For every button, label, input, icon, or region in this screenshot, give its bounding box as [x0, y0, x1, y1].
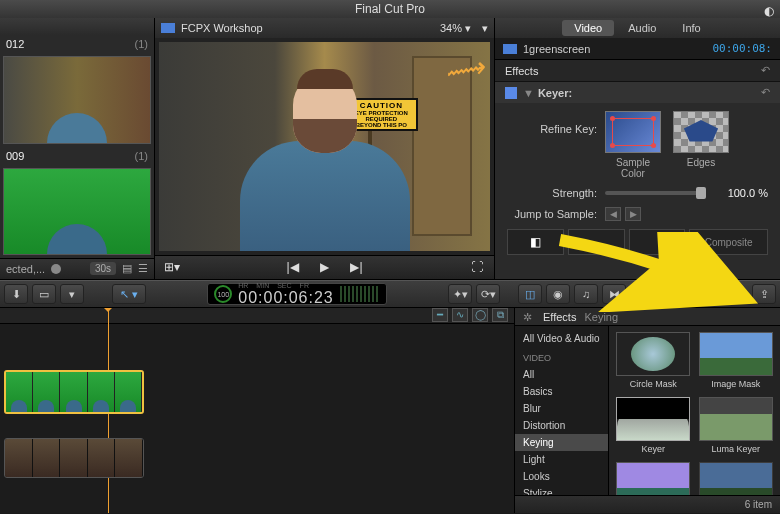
viewer-zoom[interactable]: 34%: [440, 22, 462, 34]
fullscreen-button[interactable]: ⛶: [468, 260, 486, 276]
effect-extra-b[interactable]: [698, 462, 775, 495]
strength-label: Strength:: [507, 187, 597, 199]
library-panel: 012 (1) 009 (1) ected,... 30s ▤ ☰: [0, 18, 155, 279]
cat-all[interactable]: All: [515, 366, 608, 383]
view-matte-button[interactable]: [568, 229, 625, 255]
jump-next-button[interactable]: ▶: [625, 207, 641, 221]
event-a-count: (1): [135, 38, 148, 50]
tools-dropdown-icon[interactable]: ▾: [60, 284, 84, 304]
strength-value[interactable]: 100.0 %: [714, 187, 768, 199]
cat-distortion[interactable]: Distortion: [515, 417, 608, 434]
clip-thumb-a[interactable]: [3, 56, 151, 143]
sample-color-label: Sample Color: [605, 157, 661, 179]
effect-extra-a[interactable]: [615, 462, 692, 495]
filmstrip-icon[interactable]: ▤: [122, 262, 132, 275]
clip-media-icon[interactable]: ◫: [518, 284, 542, 304]
center-toolbar: ⬇ ▭ ▾ ↖ ▾ 100 HRMINSECFR 00:00:06:23 ✦▾ …: [0, 280, 780, 308]
timecode-value: 00:00:06:23: [238, 289, 334, 307]
effect-image-mask[interactable]: Image Mask: [698, 332, 775, 389]
share-icon[interactable]: ⇪: [752, 284, 776, 304]
snap-icon[interactable]: ⧉: [492, 308, 508, 322]
inspector-panel: Video Audio Info 1greenscreen 00:00:08: …: [495, 18, 780, 279]
timeline-clip-greenscreen[interactable]: [4, 370, 144, 414]
view-options-icon[interactable]: ⊞▾: [163, 260, 181, 276]
effect-circle-mask[interactable]: Circle Mask: [615, 332, 692, 389]
viewer-title: FCPX Workshop: [181, 22, 263, 34]
view-source-button[interactable]: [629, 229, 686, 255]
cat-light[interactable]: Light: [515, 451, 608, 468]
event-row-b[interactable]: 009 (1): [0, 147, 154, 165]
edges-button[interactable]: [673, 111, 729, 153]
effects-browser-footer: 6 item: [515, 495, 780, 513]
list-icon[interactable]: ☰: [138, 262, 148, 275]
cat-basics[interactable]: Basics: [515, 383, 608, 400]
viewer-panel: FCPX Workshop 34% ▾ ▾ CAUTION EYE PROTEC…: [155, 18, 495, 279]
gear-icon[interactable]: ✲: [523, 311, 535, 323]
view-composite-label[interactable]: Composite: [689, 229, 768, 255]
view-final-button[interactable]: ◧: [507, 229, 564, 255]
window-titlebar: Final Cut Pro ◐: [0, 0, 780, 18]
photos-icon[interactable]: ◉: [546, 284, 570, 304]
import-icon[interactable]: ⬇: [4, 284, 28, 304]
timeline-clip-background[interactable]: [4, 438, 144, 478]
clip-name: 1greenscreen: [523, 43, 590, 55]
keyword-icon[interactable]: ▭: [32, 284, 56, 304]
effects-categories: All Video & Audio VIDEO All Basics Blur …: [515, 326, 609, 495]
viewer-canvas[interactable]: CAUTION EYE PROTECTION REQUIRED BEYOND T…: [159, 42, 490, 251]
app-title: Final Cut Pro: [355, 2, 425, 16]
zoom-dot-icon[interactable]: [51, 264, 61, 274]
enhance-icon[interactable]: ✦▾: [448, 284, 472, 304]
effects-browser-button[interactable]: ☱: [714, 284, 738, 304]
effects-reset-icon[interactable]: ↶: [761, 64, 770, 77]
audio-meter: [340, 286, 380, 302]
effects-browser-header: ✲ Effects Keying: [515, 308, 780, 326]
solo-icon[interactable]: ◯: [472, 308, 488, 322]
event-a-name: 012: [6, 38, 24, 50]
tab-info[interactable]: Info: [670, 20, 712, 36]
clip-thumb-b[interactable]: [3, 168, 151, 255]
effects-section[interactable]: Effects ↶: [495, 60, 780, 82]
music-icon[interactable]: ♫: [574, 284, 598, 304]
keyer-checkbox[interactable]: [505, 87, 517, 99]
skimming-icon[interactable]: ━: [432, 308, 448, 322]
generators-icon[interactable]: ⊚: [658, 284, 682, 304]
sample-color-button[interactable]: [605, 111, 661, 153]
timeline-panel[interactable]: ━ ∿ ◯ ⧉: [0, 308, 514, 513]
timeline-ruler[interactable]: ━ ∿ ◯ ⧉: [0, 308, 514, 324]
cat-keying[interactable]: Keying: [515, 434, 608, 451]
fx-item-count: 6 item: [745, 499, 772, 510]
tab-audio[interactable]: Audio: [616, 20, 668, 36]
disclosure-icon[interactable]: ▼: [523, 87, 534, 99]
audio-skim-icon[interactable]: ∿: [452, 308, 468, 322]
play-button[interactable]: ▶: [316, 260, 334, 276]
cat-blur[interactable]: Blur: [515, 400, 608, 417]
transitions-icon[interactable]: ⧓: [602, 284, 626, 304]
timecode-display[interactable]: 100 HRMINSECFR 00:00:06:23: [207, 283, 387, 305]
inspector-tabs: Video Audio Info: [495, 18, 780, 38]
strength-slider[interactable]: [605, 191, 706, 195]
cat-looks[interactable]: Looks: [515, 468, 608, 485]
effects-label: Effects: [505, 65, 538, 77]
cat-stylize[interactable]: Stylize: [515, 485, 608, 495]
keyer-reset-icon[interactable]: ↶: [761, 86, 770, 99]
next-frame-button[interactable]: ▶|: [348, 260, 366, 276]
titles-icon[interactable]: T: [630, 284, 654, 304]
zoom-chevron-icon[interactable]: ▾: [465, 22, 471, 35]
library-header: [0, 18, 154, 35]
effect-luma-keyer[interactable]: Luma Keyer: [698, 397, 775, 454]
pointer-tool[interactable]: ↖ ▾: [112, 284, 146, 304]
prev-frame-button[interactable]: |◀: [284, 260, 302, 276]
bg-tasks-icon[interactable]: ◐: [764, 2, 774, 20]
retime-icon[interactable]: ⟳▾: [476, 284, 500, 304]
tab-video[interactable]: Video: [562, 20, 614, 36]
themes-icon[interactable]: ▦: [686, 284, 710, 304]
event-b-count: (1): [135, 150, 148, 162]
footer-sel-text: ected,...: [6, 263, 45, 275]
event-row-a[interactable]: 012 (1): [0, 35, 154, 53]
keyer-header[interactable]: ▼ Keyer: ↶: [495, 82, 780, 103]
effect-keyer[interactable]: Keyer: [615, 397, 692, 454]
cat-allav[interactable]: All Video & Audio: [515, 330, 608, 347]
viewer-settings-icon[interactable]: ▾: [482, 22, 488, 35]
jump-prev-button[interactable]: ◀: [605, 207, 621, 221]
duration-chip[interactable]: 30s: [90, 262, 116, 275]
